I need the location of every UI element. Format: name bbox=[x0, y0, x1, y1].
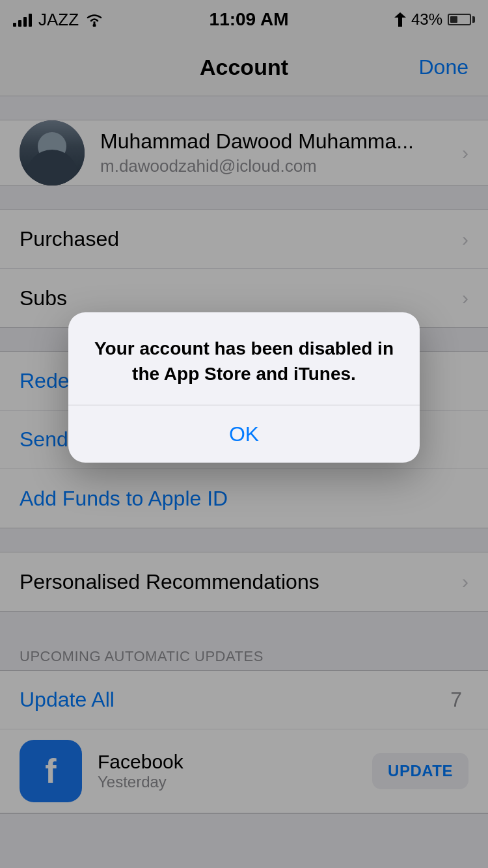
alert-body: Your account has been disabled in the Ap… bbox=[68, 312, 420, 405]
alert-dialog: Your account has been disabled in the Ap… bbox=[68, 312, 420, 463]
modal-backdrop: Your account has been disabled in the Ap… bbox=[0, 0, 488, 868]
alert-ok-button[interactable]: OK bbox=[68, 405, 420, 463]
alert-message: Your account has been disabled in the Ap… bbox=[88, 336, 400, 387]
alert-actions: OK bbox=[68, 405, 420, 463]
